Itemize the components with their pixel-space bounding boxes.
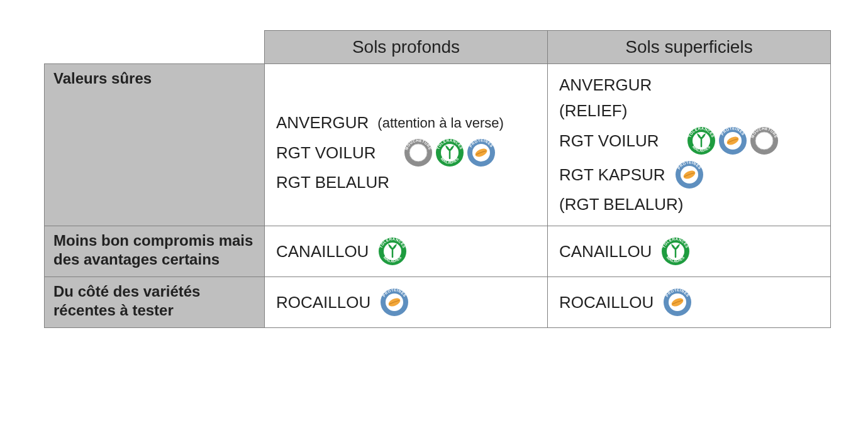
col-header-superficiels: Sols superficiels bbox=[548, 31, 831, 64]
cell-valeurs-sures-superficiels: ANVERGUR (RELIEF) RGT VOILUR TOLERANCES … bbox=[548, 64, 831, 226]
row-header-valeurs-sures: Valeurs sûres bbox=[45, 64, 265, 226]
variety-name: RGT BELALUR bbox=[276, 172, 389, 194]
proteines-icon: PROTEINES bbox=[379, 287, 409, 317]
variety-entry: (RGT BELALUR) bbox=[559, 194, 819, 216]
empty-corner bbox=[45, 31, 265, 64]
tolerances-icon: TOLERANCES MALADIES bbox=[686, 126, 716, 156]
svg-point-20 bbox=[755, 132, 773, 150]
variety-entry: ROCAILLOU PROTEINES bbox=[276, 287, 536, 317]
header-row: Sols profonds Sols superficiels bbox=[45, 31, 831, 64]
variety-note: (attention à la verse) bbox=[377, 114, 504, 133]
variety-name: (RELIEF) bbox=[559, 100, 627, 122]
variety-name: ROCAILLOU bbox=[559, 292, 654, 314]
cell-compromis-superficiels: CANAILLOU TOLERANCES MALADIES bbox=[548, 226, 831, 277]
cell-recentes-superficiels: ROCAILLOU PROTEINES bbox=[548, 277, 831, 328]
table-row: Moins bon compromis mais des avantages c… bbox=[45, 226, 831, 277]
cell-recentes-profonds: ROCAILLOU PROTEINES bbox=[265, 277, 548, 328]
proteines-icon: PROTEINES bbox=[466, 138, 496, 168]
cell-compromis-profonds: CANAILLOU TOLERANCES MALADIES bbox=[265, 226, 548, 277]
tolerances-icon: TOLERANCES MALADIES bbox=[660, 236, 691, 266]
variety-entry: CANAILLOU TOLERANCES MALADIES bbox=[559, 236, 819, 266]
badges: PROTEINES bbox=[662, 287, 693, 317]
badges: PROTEINES bbox=[379, 287, 409, 317]
variety-name: ANVERGUR bbox=[559, 74, 652, 96]
variety-entry: CANAILLOU TOLERANCES MALADIES bbox=[276, 236, 536, 266]
tolerances-icon: TOLERANCES MALADIES bbox=[377, 236, 408, 266]
table-row: Valeurs sûres ANVERGUR (attention à la v… bbox=[45, 64, 831, 226]
variety-entry: RGT VOILUR MOUCHETURE TOLERANCES MALADIE… bbox=[276, 138, 536, 168]
variety-entry: RGT BELALUR bbox=[276, 172, 536, 194]
variety-entry: ANVERGUR (attention à la verse) bbox=[276, 112, 536, 134]
variety-entry: ROCAILLOU PROTEINES bbox=[559, 287, 819, 317]
proteines-icon: PROTEINES bbox=[718, 126, 748, 156]
badges: TOLERANCES MALADIES bbox=[660, 236, 691, 266]
variety-entry: ANVERGUR bbox=[559, 74, 819, 96]
variety-name: RGT VOILUR bbox=[559, 130, 659, 152]
proteines-icon: PROTEINES bbox=[674, 160, 704, 190]
row-header-compromis: Moins bon compromis mais des avantages c… bbox=[45, 226, 265, 277]
table-row: Du côté des variétés récentes à tester R… bbox=[45, 277, 831, 328]
variety-entry: (RELIEF) bbox=[559, 100, 819, 122]
col-header-profonds: Sols profonds bbox=[265, 31, 548, 64]
variety-name: (RGT BELALUR) bbox=[559, 194, 683, 216]
variety-name: RGT KAPSUR bbox=[559, 164, 665, 186]
variety-name: ROCAILLOU bbox=[276, 292, 370, 314]
badges: TOLERANCES MALADIES PROTEINES MOUCHETURE bbox=[686, 126, 779, 156]
svg-point-1 bbox=[409, 144, 427, 162]
proteines-icon: PROTEINES bbox=[662, 287, 693, 317]
moucheture-icon: MOUCHETURE bbox=[403, 138, 433, 168]
badges: TOLERANCES MALADIES bbox=[377, 236, 408, 266]
varieties-table: Sols profonds Sols superficiels Valeurs … bbox=[44, 30, 831, 328]
badges: PROTEINES bbox=[674, 160, 704, 190]
row-header-recentes: Du côté des variétés récentes à tester bbox=[45, 277, 265, 328]
badges: MOUCHETURE TOLERANCES MALADIES PROTEINES bbox=[403, 138, 496, 168]
variety-entry: RGT KAPSUR PROTEINES bbox=[559, 160, 819, 190]
variety-name: RGT VOILUR bbox=[276, 142, 376, 164]
variety-entry: RGT VOILUR TOLERANCES MALADIES PROTEINES… bbox=[559, 126, 819, 156]
variety-name: ANVERGUR bbox=[276, 112, 369, 134]
cell-valeurs-sures-profonds: ANVERGUR (attention à la verse) RGT VOIL… bbox=[265, 64, 548, 226]
moucheture-icon: MOUCHETURE bbox=[749, 126, 779, 156]
variety-name: CANAILLOU bbox=[559, 241, 652, 263]
variety-name: CANAILLOU bbox=[276, 241, 369, 263]
tolerances-icon: TOLERANCES MALADIES bbox=[435, 138, 465, 168]
